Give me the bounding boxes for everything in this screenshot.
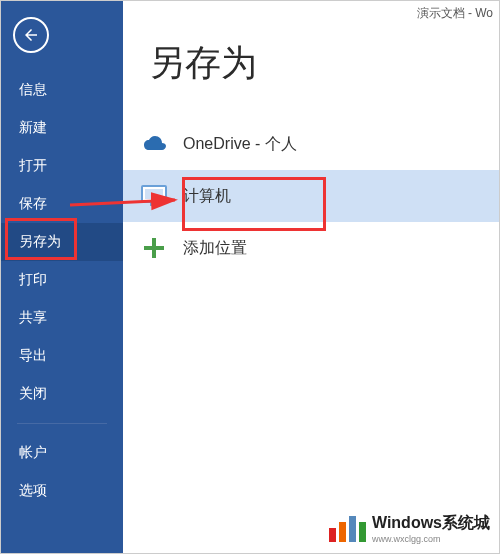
- watermark-url: www.wxclgg.com: [372, 534, 490, 544]
- nav-divider: [17, 423, 107, 424]
- nav-new[interactable]: 新建: [1, 109, 123, 147]
- arrow-left-icon: [22, 26, 40, 44]
- nav-save[interactable]: 保存: [1, 185, 123, 223]
- window-title: 演示文档 - Wo: [417, 5, 493, 22]
- nav-close[interactable]: 关闭: [1, 375, 123, 413]
- watermark: Windows系统城 www.wxclgg.com: [329, 513, 490, 544]
- svg-rect-1: [145, 189, 163, 199]
- watermark-name: Windows系统城: [372, 513, 490, 534]
- option-label: OneDrive - 个人: [183, 134, 297, 155]
- option-label: 添加位置: [183, 238, 247, 259]
- option-label: 计算机: [183, 186, 231, 207]
- svg-rect-4: [144, 246, 164, 250]
- cloud-icon: [139, 129, 169, 159]
- nav-print[interactable]: 打印: [1, 261, 123, 299]
- nav-save-as[interactable]: 另存为: [1, 223, 123, 261]
- option-onedrive[interactable]: OneDrive - 个人: [123, 118, 499, 170]
- plus-icon: [139, 233, 169, 263]
- option-add-location[interactable]: 添加位置: [123, 222, 499, 274]
- back-button[interactable]: [13, 17, 49, 53]
- nav-open[interactable]: 打开: [1, 147, 123, 185]
- nav-options[interactable]: 选项: [1, 472, 123, 510]
- nav-info[interactable]: 信息: [1, 71, 123, 109]
- nav-share[interactable]: 共享: [1, 299, 123, 337]
- computer-icon: [139, 181, 169, 211]
- nav-account[interactable]: 帐户: [1, 434, 123, 472]
- sidebar: 信息 新建 打开 保存 另存为 打印 共享 导出 关闭 帐户 选项: [1, 1, 123, 553]
- main-panel: 演示文档 - Wo 另存为 OneDrive - 个人 计算机 添加位置: [123, 1, 499, 553]
- nav-export[interactable]: 导出: [1, 337, 123, 375]
- svg-rect-2: [150, 203, 158, 206]
- watermark-bars: [329, 516, 366, 542]
- page-title: 另存为: [149, 39, 499, 88]
- option-computer[interactable]: 计算机: [123, 170, 499, 222]
